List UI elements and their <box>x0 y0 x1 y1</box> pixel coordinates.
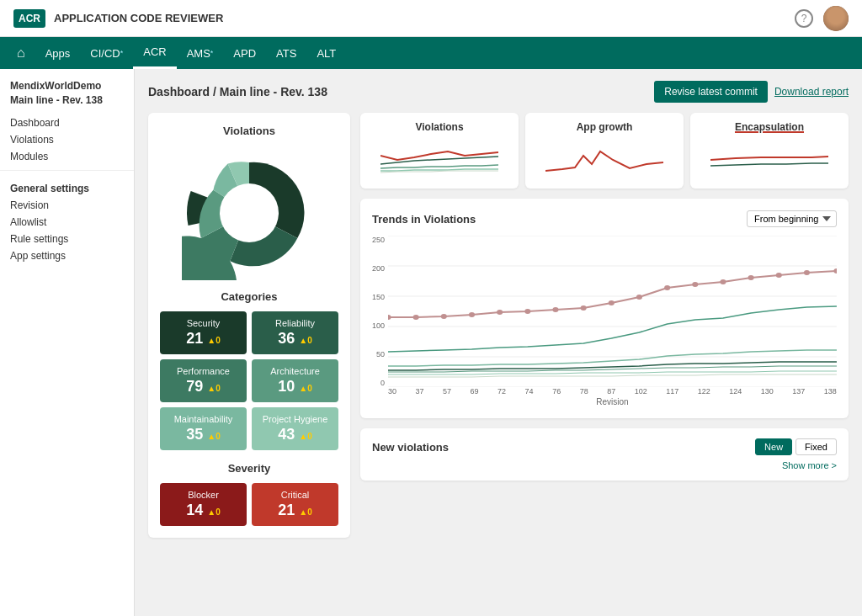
sidebar-item-app-settings[interactable]: App settings <box>0 247 134 264</box>
topbar-right: ? <box>795 6 849 31</box>
topbar-left: ACR APPLICATION CODE REVIEWER <box>13 9 223 28</box>
cat-security-name: Security <box>168 318 238 328</box>
cat-project-hygiene-name: Project Hygiene <box>260 414 330 424</box>
acr-logo: ACR <box>13 9 45 28</box>
sev-blocker-name: Blocker <box>168 490 238 500</box>
sidebar-app-name: MendixWorldDemo <box>10 79 124 93</box>
nav-alt[interactable]: ALT <box>306 37 346 69</box>
cat-maintainability-name: Maintainability <box>168 414 238 424</box>
x-tick-137: 137 <box>792 387 805 396</box>
topbar: ACR APPLICATION CODE REVIEWER ? <box>0 0 862 37</box>
trends-title: Trends in Violations <box>372 213 476 226</box>
sev-critical[interactable]: Critical 21 ▲0 <box>252 483 338 526</box>
cat-architecture-delta: ▲0 <box>299 384 311 393</box>
cat-maintainability[interactable]: Maintainability 35 ▲0 <box>160 407 247 450</box>
new-violations-card: New violations New Fixed Show more > <box>360 428 849 481</box>
nav-apps[interactable]: Apps <box>35 37 81 69</box>
y-tick-100: 100 <box>372 321 385 330</box>
violations-mini-title: Violations <box>370 121 508 133</box>
tab-fixed[interactable]: Fixed <box>795 438 837 455</box>
y-tick-50: 50 <box>376 350 385 358</box>
encapsulation-mini-svg <box>710 139 828 179</box>
nav-apd[interactable]: APD <box>223 37 266 69</box>
y-tick-250: 250 <box>372 236 385 244</box>
y-axis: 250 200 150 100 50 0 <box>372 236 385 404</box>
sev-critical-value: 21 ▲0 <box>260 502 330 519</box>
download-report-button[interactable]: Download report <box>774 86 849 98</box>
sidebar-app-section: MendixWorldDemo Main line - Rev. 138 <box>0 79 134 114</box>
new-violations-title: New violations <box>372 441 449 454</box>
cat-project-hygiene[interactable]: Project Hygiene 43 ▲0 <box>252 407 338 450</box>
svg-point-20 <box>720 279 726 284</box>
categories-title: Categories <box>160 290 338 303</box>
cat-architecture[interactable]: Architecture 10 ▲0 <box>252 359 338 402</box>
nav-cicd[interactable]: CI/CD* <box>80 37 133 69</box>
cat-architecture-value: 10 ▲0 <box>260 378 330 396</box>
avatar-image <box>823 6 849 31</box>
svg-point-22 <box>776 273 782 278</box>
cat-security-value: 21 ▲0 <box>168 330 238 348</box>
new-violations-header: New violations New Fixed <box>372 438 837 455</box>
y-tick-0: 0 <box>380 379 385 387</box>
x-tick-37: 37 <box>416 387 424 396</box>
svg-point-9 <box>413 315 419 320</box>
svg-point-18 <box>664 285 670 290</box>
sidebar-revision: Main line - Rev. 138 <box>10 93 124 108</box>
violations-mini-card: Violations <box>360 113 519 189</box>
app-title: APPLICATION CODE REVIEWER <box>54 12 223 24</box>
main-layout: MendixWorldDemo Main line - Rev. 138 Das… <box>0 69 862 616</box>
sev-blocker[interactable]: Blocker 14 ▲0 <box>160 483 247 526</box>
x-tick-124: 124 <box>729 387 742 396</box>
encapsulation-mini-card: Encapsulation <box>690 113 849 189</box>
x-tick-122: 122 <box>698 387 710 396</box>
sidebar-item-rule-settings[interactable]: Rule settings <box>0 231 134 247</box>
nav-home[interactable]: ⌂ <box>7 37 35 69</box>
sidebar-item-modules[interactable]: Modules <box>0 148 134 165</box>
severity-title: Severity <box>160 462 338 475</box>
cat-reliability-delta: ▲0 <box>299 336 311 345</box>
sidebar-item-dashboard[interactable]: Dashboard <box>0 114 134 131</box>
nav-ats[interactable]: ATS <box>266 37 306 69</box>
cat-reliability-value: 36 ▲0 <box>260 330 330 348</box>
donut-chart <box>182 146 317 280</box>
nav-ams[interactable]: AMS* <box>177 37 224 69</box>
trends-svg <box>388 236 837 387</box>
svg-point-11 <box>469 312 475 317</box>
mini-charts-row: Violations <box>360 113 849 189</box>
cat-project-hygiene-delta: ▲0 <box>299 432 311 441</box>
categories-grid: Security 21 ▲0 Reliability 36 ▲0 <box>160 311 338 450</box>
sidebar-item-allowlist[interactable]: Allowlist <box>0 214 134 231</box>
violations-mini-svg <box>380 139 498 179</box>
svg-point-19 <box>692 282 698 287</box>
tab-new[interactable]: New <box>755 438 792 455</box>
cat-performance[interactable]: Performance 79 ▲0 <box>160 359 247 402</box>
navbar: ⌂ Apps CI/CD* ACR AMS* APD ATS ALT <box>0 37 862 69</box>
trends-filter-select[interactable]: From beginning <box>747 210 837 227</box>
cat-security[interactable]: Security 21 ▲0 <box>160 311 247 354</box>
show-more-link[interactable]: Show more > <box>372 460 837 470</box>
sidebar-item-revision[interactable]: Revision <box>0 197 134 214</box>
sidebar: MendixWorldDemo Main line - Rev. 138 Das… <box>0 69 135 616</box>
sev-critical-name: Critical <box>260 490 330 500</box>
svg-point-15 <box>581 305 587 311</box>
violations-chart-title: Violations <box>160 125 338 137</box>
trends-chart-container: 250 200 150 100 50 0 <box>372 236 837 406</box>
nav-acr[interactable]: ACR <box>133 37 176 69</box>
sidebar-item-violations[interactable]: Violations <box>0 131 134 148</box>
svg-point-8 <box>388 315 391 320</box>
help-icon[interactable]: ? <box>795 9 813 28</box>
x-tick-57: 57 <box>443 387 451 396</box>
svg-point-13 <box>524 309 530 314</box>
header-actions: Revise latest commit Download report <box>654 81 849 103</box>
revise-commit-button[interactable]: Revise latest commit <box>654 81 768 103</box>
x-tick-102: 102 <box>635 387 647 396</box>
cat-performance-value: 79 ▲0 <box>168 378 238 396</box>
svg-point-23 <box>804 270 810 275</box>
x-tick-74: 74 <box>525 387 534 396</box>
x-axis-ticks: 30 37 57 69 72 74 76 78 87 102 117 <box>388 387 837 396</box>
cat-reliability-name: Reliability <box>260 318 330 328</box>
cat-architecture-name: Architecture <box>260 366 330 376</box>
breadcrumb: Dashboard / Main line - Rev. 138 <box>148 85 327 98</box>
cat-reliability[interactable]: Reliability 36 ▲0 <box>252 311 338 354</box>
cat-project-hygiene-value: 43 ▲0 <box>260 426 330 443</box>
